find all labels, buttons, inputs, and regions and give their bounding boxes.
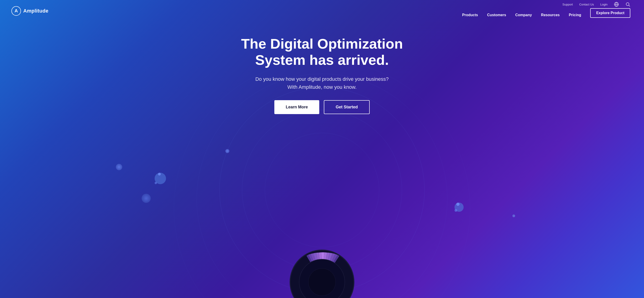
logo[interactable]: A Amplitude — [12, 6, 48, 16]
svg-point-11 — [626, 3, 629, 6]
hero-subtitle-line2: With Amplitude, now you know. — [4, 83, 640, 91]
nav-item-resources[interactable]: Resources — [541, 13, 560, 17]
dot-1 — [116, 164, 122, 170]
nav-item-pricing[interactable]: Pricing — [569, 13, 581, 17]
amplitude-logo-icon: A — [12, 6, 21, 16]
dot-cluster-left — [154, 173, 166, 184]
svg-line-12 — [629, 5, 630, 7]
get-started-button[interactable]: Get Started — [324, 100, 370, 114]
svg-text:A: A — [14, 8, 18, 13]
bottom-dial-decoration — [288, 248, 356, 298]
contact-link[interactable]: Contact Us — [579, 3, 594, 6]
dot-small-right — [512, 214, 515, 217]
top-utility-bar: Support Contact Us Login — [562, 2, 630, 7]
hero-subtitle-line1: Do you know how your digital products dr… — [4, 75, 640, 83]
hero-subtitle: Do you know how your digital products dr… — [4, 75, 640, 91]
globe-icon-btn[interactable] — [614, 2, 619, 7]
svg-point-2 — [308, 268, 336, 296]
login-link[interactable]: Login — [600, 3, 608, 6]
hero-section: The Digital Optimization System has arri… — [0, 22, 644, 123]
dot-2 — [142, 194, 151, 203]
logo-text: Amplitude — [23, 8, 48, 14]
nav-item-customers[interactable]: Customers — [487, 13, 506, 17]
search-icon-btn[interactable] — [625, 2, 630, 7]
dot-small-top — [225, 149, 230, 153]
nav-item-company[interactable]: Company — [515, 13, 532, 17]
main-nav: Products Customers Company Resources Pri… — [462, 13, 581, 17]
nav-item-products[interactable]: Products — [462, 13, 478, 17]
page-wrapper: Support Contact Us Login A — [0, 0, 644, 298]
hero-title: The Digital Optimization System has arri… — [220, 36, 424, 68]
search-icon — [625, 2, 630, 7]
globe-icon — [614, 2, 619, 7]
learn-more-button[interactable]: Learn More — [274, 100, 319, 114]
explore-product-button[interactable]: Explore Product — [590, 8, 630, 18]
navbar: Support Contact Us Login A — [0, 0, 644, 22]
hero-cta-buttons: Learn More Get Started — [4, 100, 640, 114]
dot-cluster-right — [454, 203, 464, 212]
support-link[interactable]: Support — [562, 3, 573, 6]
